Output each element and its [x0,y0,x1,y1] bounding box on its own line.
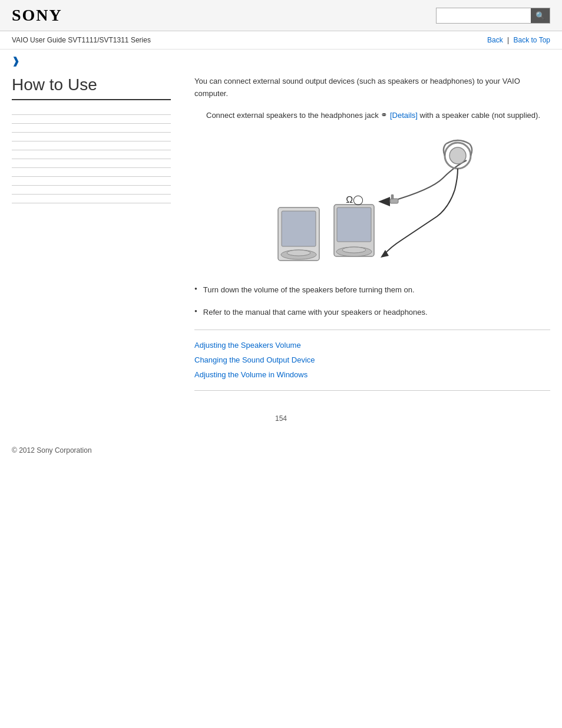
bullet-item-1: ● Turn down the volume of the speakers b… [194,284,550,296]
main-content: How to Use You can connect external soun… [0,70,562,409]
footer-divider [194,390,550,391]
search-icon: 🔍 [535,11,545,20]
search-input[interactable] [437,9,531,22]
sidebar-item-9[interactable] [12,177,171,186]
related-links: Adjusting the Speakers Volume Changing t… [194,338,550,382]
sidebar-item-6[interactable] [12,150,171,159]
nav-links: Back | Back to Top [487,36,550,44]
content-note: Connect external speakers to the headpho… [206,108,550,122]
sony-logo: SONY [12,6,62,25]
search-button[interactable]: 🔍 [531,8,550,23]
details-link[interactable]: [Details] [390,111,418,120]
link-adjusting-windows[interactable]: Adjusting the Volume in Windows [194,368,550,383]
content-area: You can connect external sound output de… [183,75,550,403]
content-divider [194,330,550,330]
link-changing-output[interactable]: Changing the Sound Output Device [194,353,550,368]
svg-point-3 [287,250,310,256]
sidebar-item-8[interactable] [12,168,171,177]
svg-point-11 [449,147,466,164]
sidebar-item-10[interactable] [12,186,171,195]
svg-point-7 [342,247,366,253]
sidebar-item-4[interactable] [12,133,171,141]
back-link[interactable]: Back [487,36,503,44]
bullet-text-2: Refer to the manual that came with your … [203,307,428,318]
copyright-text: © 2012 Sony Corporation [12,446,92,454]
sub-header: VAIO User Guide SVT1111/SVT1311 Series B… [0,31,562,50]
sidebar: How to Use [12,75,183,403]
svg-rect-5 [337,207,371,242]
svg-rect-1 [282,211,316,246]
sidebar-item-7[interactable] [12,159,171,168]
sidebar-item-3[interactable] [12,124,171,133]
back-to-top-link[interactable]: Back to Top [514,36,550,44]
headphone-icon: ⚭ [381,110,388,120]
content-intro: You can connect external sound output de… [194,75,550,100]
page-number: 154 [0,409,562,434]
footer: © 2012 Sony Corporation [0,434,562,466]
link-adjusting-speakers[interactable]: Adjusting the Speakers Volume [194,338,550,353]
svg-rect-13 [390,199,398,203]
bullet-text-1: Turn down the volume of the speakers bef… [203,284,415,296]
sidebar-item-2[interactable] [12,115,171,124]
bullet-dot-2: ● [194,308,197,315]
sidebar-item-5[interactable] [12,141,171,150]
speakers-illustration: Ω◯ [249,131,496,272]
sidebar-item-11[interactable] [12,195,171,203]
bullet-item-2: ● Refer to the manual that came with you… [194,307,550,318]
sidebar-title: How to Use [12,75,171,100]
search-box: 🔍 [436,8,550,24]
svg-marker-9 [378,197,390,206]
guide-title: VAIO User Guide SVT1111/SVT1311 Series [12,36,151,44]
illustration: Ω◯ [194,131,550,272]
breadcrumb-arrow[interactable]: ❱ [0,50,562,70]
svg-text:Ω◯: Ω◯ [346,195,363,205]
search-container: 🔍 [436,8,550,24]
bullet-dot-1: ● [194,285,197,292]
svg-rect-14 [391,195,394,199]
separator: | [507,36,509,44]
sidebar-item-1[interactable] [12,106,171,115]
page-header: SONY 🔍 [0,0,562,31]
bullet-list: ● Turn down the volume of the speakers b… [194,284,550,318]
